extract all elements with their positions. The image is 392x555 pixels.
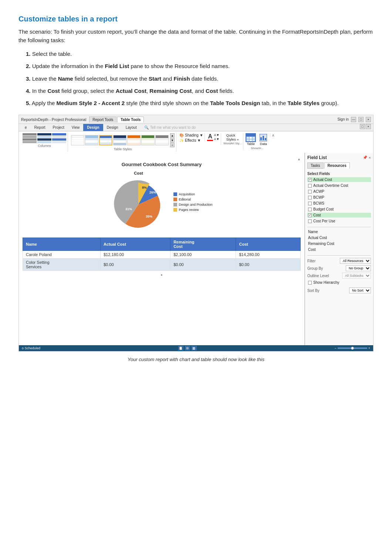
quick-styles-btn[interactable]: Quick — [226, 133, 235, 137]
svg-text:8%: 8% — [142, 186, 147, 189]
minimize-button[interactable]: — — [351, 117, 356, 122]
screenshot: ReportsInDepth - Project Professional Re… — [18, 115, 374, 352]
table-style-3-selected[interactable] — [99, 135, 112, 145]
filter-label: Filter — [307, 259, 315, 263]
app-title: ReportsInDepth - Project Professional — [21, 117, 86, 122]
select-fields-label: Select Fields — [307, 172, 371, 176]
table-style-7[interactable] — [155, 135, 169, 145]
field-list-pane: Field List 📌 × Tasks Resources Select Fi… — [305, 153, 373, 345]
field-actual-overtime-cost[interactable]: Actual Overtime Cost — [307, 183, 371, 188]
selected-cost: Cost — [307, 247, 371, 252]
main-area: ▲ Gourmet Cookbook Cost Summary Cost — [19, 153, 373, 345]
tab-design-active[interactable]: Design — [83, 124, 103, 131]
pane-tab-tasks[interactable]: Tasks — [307, 162, 324, 169]
pane-close-btn[interactable]: × — [369, 155, 371, 160]
sort-by-select[interactable]: No Sort — [349, 287, 371, 293]
tab-project[interactable]: Project — [49, 124, 68, 131]
status-text: o Scheduled — [22, 346, 40, 350]
tab-layout[interactable]: Layout — [122, 124, 141, 131]
selected-name: Name — [307, 229, 371, 234]
tab-table-tools[interactable]: Table Tools — [117, 117, 144, 122]
filter-row: Filter All Resources — [307, 258, 371, 264]
zoom-slider[interactable]: − + — [334, 346, 370, 350]
pane-tab-resources[interactable]: Resources — [324, 162, 350, 169]
legend-editorial: Editorial — [173, 198, 212, 201]
col-swatch-2[interactable] — [37, 133, 51, 143]
group-by-select[interactable]: No Group — [346, 265, 371, 271]
tab-report-tools[interactable]: Report Tools — [89, 117, 116, 122]
ribbon-close[interactable]: × — [366, 124, 371, 129]
pie-chart: 26% 35% 31% 8% — [111, 177, 166, 232]
status-icons: 📋 ⊞ ▦ — [178, 346, 197, 350]
data-btn-label[interactable]: Data — [260, 142, 267, 146]
task-2: 2. Update the information in the Field L… — [26, 62, 374, 70]
ribbon-content: Columns — [19, 131, 373, 153]
filter-select[interactable]: All Resources — [340, 258, 371, 264]
table-style-2[interactable] — [85, 135, 98, 145]
divider2 — [307, 255, 371, 256]
shading-label: Shading ▼ — [185, 133, 203, 137]
col-swatch-1[interactable] — [23, 133, 37, 143]
scroll-down-arrow[interactable]: ▼ — [170, 138, 175, 142]
table-style-6[interactable] — [141, 135, 155, 145]
restore-button[interactable]: □ — [358, 117, 364, 122]
text-fill-btn[interactable]: A▼ — [214, 133, 219, 137]
outline-level-row: Outline Level All Subtasks — [307, 273, 371, 279]
field-cost[interactable]: ✓ Cost — [307, 213, 371, 218]
scroll-down-dot: ● — [160, 273, 162, 277]
tab-view[interactable]: View — [68, 124, 84, 131]
col-swatch-3[interactable] — [52, 133, 66, 143]
col-remaining-cost: RemainingCost — [170, 238, 236, 251]
svg-text:31%: 31% — [125, 207, 132, 211]
table-icon — [246, 133, 256, 142]
collapse-ribbon-btn[interactable]: ∧ — [270, 133, 274, 137]
table-style-4[interactable] — [113, 135, 126, 145]
tab-group-tools: Report Tools Table Tools — [89, 117, 144, 122]
close-button[interactable]: × — [366, 117, 371, 122]
field-cost-per-use[interactable]: Cost Per Use — [307, 219, 371, 223]
text-outline-btn[interactable]: A▼ — [214, 137, 219, 141]
tab-report[interactable]: Report — [31, 124, 49, 131]
selected-remaining-cost: Remaining Cost — [307, 241, 371, 246]
fields-list: ✓ Actual Cost Actual Overtime Cost ACWP … — [307, 177, 371, 225]
task-1: 1. Select the table. — [26, 50, 374, 58]
field-budget-cost[interactable]: Budget Cost — [307, 207, 371, 212]
chart-container: Cost — [23, 171, 301, 233]
outline-level-select[interactable]: All Subtasks — [342, 273, 371, 279]
field-bcwp[interactable]: BCWP — [307, 195, 371, 200]
tab-design2[interactable]: Design — [103, 124, 122, 131]
wordart-a-icon: A — [208, 133, 213, 140]
col-actual-cost: Actual Cost — [100, 238, 170, 251]
task-5: 5. Apply the Medium Style 2 - Accent 2 s… — [26, 99, 374, 107]
pane-pin-icon[interactable]: 📌 — [363, 155, 367, 160]
field-acwp[interactable]: ACWP — [307, 189, 371, 194]
quick-styles-btn2[interactable]: Styles = — [226, 137, 239, 141]
table-style-5[interactable] — [127, 135, 141, 145]
ribbon-tabs: e Report Project View Design Design Layo… — [19, 124, 373, 131]
table-style-1[interactable] — [71, 135, 84, 145]
chart-title: Cost — [111, 171, 166, 175]
table-btn-label[interactable]: Table — [247, 142, 255, 146]
scroll-more-arrow[interactable]: = — [170, 143, 175, 147]
selected-fields-list: Name Actual Cost Remaining Cost Cost — [307, 229, 371, 253]
selected-actual-cost: Actual Cost — [307, 235, 371, 240]
show-hierarchy-row[interactable]: Show Hierarchy — [307, 280, 371, 285]
shading-button[interactable]: 🎨 Shading ▼ — [179, 133, 203, 137]
status-icon-3: ▦ — [192, 346, 197, 350]
field-actual-cost[interactable]: ✓ Actual Cost — [307, 177, 371, 182]
effects-label: Effects ▼ — [185, 138, 201, 142]
field-list-title: Field List — [307, 155, 327, 160]
signin-text: Sign in — [337, 117, 349, 121]
table-row: Carole Poland $12,180.00 $2,100.00 $14,2… — [23, 251, 301, 259]
tab-e[interactable]: e — [21, 124, 31, 131]
effects-button[interactable]: ✨ Effects ▼ — [179, 138, 203, 142]
title-bar: ReportsInDepth - Project Professional Re… — [19, 115, 373, 124]
divider — [307, 227, 371, 227]
col-cost: Cost — [236, 238, 301, 251]
field-bcws[interactable]: BCWS — [307, 201, 371, 206]
col-name: Name — [23, 238, 101, 251]
ribbon-right: 🎨 Shading ▼ ✨ Effects ▼ A — [178, 132, 276, 152]
scroll-up-arrow[interactable]: ▲ — [170, 133, 175, 138]
ribbon-minimize[interactable]: □ — [360, 124, 365, 129]
legend-pages: Pages review — [173, 208, 212, 212]
